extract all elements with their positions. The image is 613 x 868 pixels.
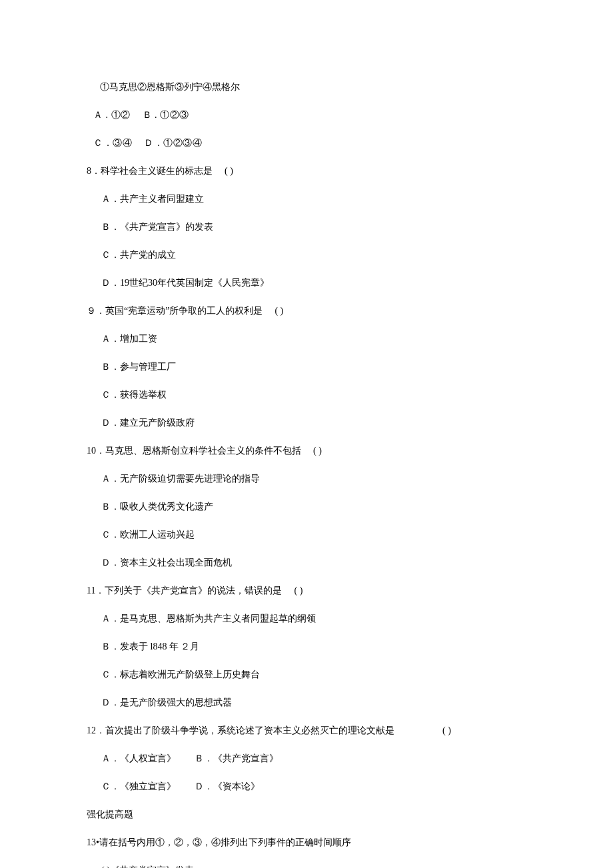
question-11: 11．下列关于《共产党宣言》的说法，错误的是( ) [87,584,526,598]
option-12-b: Ｂ．《共产党宣言》 [195,753,279,763]
question-12-options-cd: Ｃ．《独立宣言》Ｄ．《资本论》 [87,779,526,793]
question-9-option-b: Ｂ．参与管理工厂 [87,360,526,374]
question-10-option-d: Ｄ．资本主义社会出现全面危机 [87,556,526,570]
question-11-option-d: Ｄ．是无产阶级强大的思想武器 [87,695,526,709]
question-10-option-a: Ａ．无产阶级迫切需要先进理论的指导 [87,472,526,486]
section-title: 强化提高题 [87,807,526,821]
question-10-option-b: Ｂ．吸收人类优秀文化遗产 [87,500,526,514]
question-8: 8．科学社会主义诞生的标志是( ) [87,164,526,178]
option-12-c: Ｃ．《独立宣言》 [101,781,176,791]
question-8-option-c: Ｃ．共产党的成立 [87,248,526,262]
question-11-option-b: Ｂ．发表于 l848 年 ２月 [87,640,526,653]
question-12: 12．首次提出了阶级斗争学说，系统论述了资本主义必然灭亡的理论文献是( ) [87,723,526,737]
question-9-option-d: Ｄ．建立无产阶级政府 [87,416,526,430]
option-list-text: ①马克思②恩格斯③列宁④黑格尔 [100,82,240,92]
continuation-options: ①马克思②恩格斯③列宁④黑格尔 [87,80,526,94]
question-11-option-c: Ｃ．标志着欧洲无产阶级登上历史舞台 [87,667,526,681]
question-11-paren: ( ) [294,586,303,596]
option-b: Ｂ . ①②③ [143,110,189,120]
question-8-paren: ( ) [225,166,233,176]
question-9-stem: ９．英国“宪章运动”所争取的工人的权利是 [87,306,263,316]
question-12-stem: 12．首次提出了阶级斗争学说，系统论述了资本主义必然灭亡的理论文献是 [87,725,394,735]
question-10: 10．马克思、恩格斯创立科学社会主义的条件不包括( ) [87,444,526,458]
question-12-options-ab: Ａ．《人权宣言》Ｂ．《共产党宣言》 [87,751,526,765]
question-9-option-a: Ａ．增加工资 [87,332,526,346]
option-12-d: Ｄ．《资本论》 [195,781,260,791]
question-9-option-c: Ｃ．获得选举权 [87,388,526,402]
question-11-stem: 11．下列关于《共产党宣言》的说法，错误的是 [87,586,282,596]
option-12-a: Ａ．《人权宣言》 [101,753,176,763]
question-10-option-c: Ｃ．欧洲工人运动兴起 [87,528,526,542]
question-13-item-a: ( )《共产党宣言》发表 [87,863,526,868]
option-a: Ａ . ①② [93,110,131,120]
question-8-stem: 8．科学社会主义诞生的标志是 [87,166,213,176]
question-9: ９．英国“宪章运动”所争取的工人的权利是( ) [87,304,526,318]
options-row-cd: Ｃ．③④Ｄ．①②③④ [87,136,526,150]
option-d: Ｄ．①②③④ [144,138,202,148]
question-11-option-a: Ａ．是马克思、恩格斯为共产主义者同盟起草的纲领 [87,612,526,626]
question-10-paren: ( ) [313,446,322,456]
question-8-option-a: Ａ．共产主义者同盟建立 [87,192,526,206]
question-9-paren: ( ) [275,306,283,316]
option-c: Ｃ．③④ [93,138,132,148]
question-8-option-b: Ｂ．《共产党宣言》的发表 [87,220,526,234]
question-10-stem: 10．马克思、恩格斯创立科学社会主义的条件不包括 [87,446,301,456]
options-row-ab: Ａ . ①②Ｂ . ①②③ [87,108,526,122]
question-12-paren: ( ) [442,725,451,735]
question-8-option-d: Ｄ．19世纪30年代英国制定《人民宪章》 [87,276,526,290]
question-13: 13•请在括号内用①，②，③，④排列出下列事件的正确时间顺序 [87,835,526,849]
